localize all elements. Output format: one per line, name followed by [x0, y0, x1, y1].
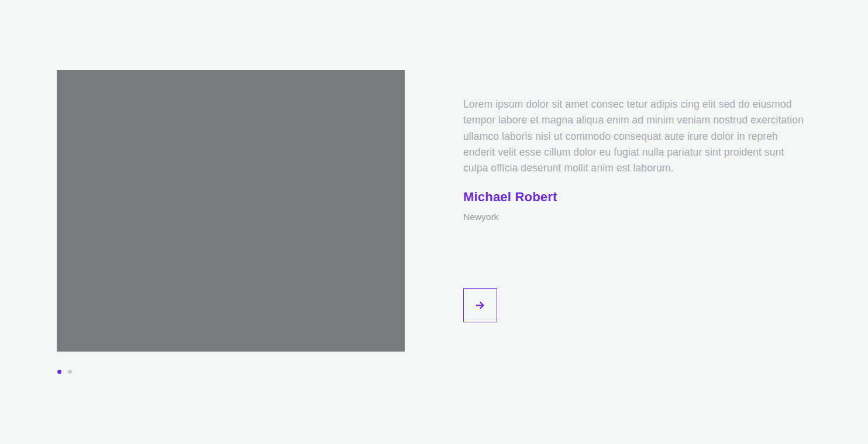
- author-name: Michael Robert: [463, 190, 814, 205]
- carousel-dot-2[interactable]: [68, 370, 72, 374]
- testimonial-section: Lorem ipsum dolor sit amet consec tetur …: [0, 0, 868, 444]
- quote-line: Lorem ipsum dolor sit amet consec tetur …: [463, 97, 814, 112]
- quote-line: enderit velit esse cillum dolor eu fugia…: [463, 144, 814, 160]
- testimonial-content: Lorem ipsum dolor sit amet consec tetur …: [463, 97, 814, 222]
- arrow-right-icon: [475, 300, 485, 311]
- author-location: Newyork: [463, 212, 814, 222]
- testimonial-image-placeholder: [57, 70, 405, 352]
- quote-line: ullamco laboris nisi ut commodo consequa…: [463, 129, 814, 144]
- quote-line: culpa officia deserunt mollit anim est l…: [463, 160, 814, 176]
- testimonial-quote: Lorem ipsum dolor sit amet consec tetur …: [463, 97, 814, 176]
- carousel-dots: [57, 370, 72, 374]
- carousel-dot-1[interactable]: [57, 370, 61, 374]
- next-slide-button[interactable]: [463, 288, 497, 322]
- quote-line: tempor labore et magna aliqua enim ad mi…: [463, 112, 814, 128]
